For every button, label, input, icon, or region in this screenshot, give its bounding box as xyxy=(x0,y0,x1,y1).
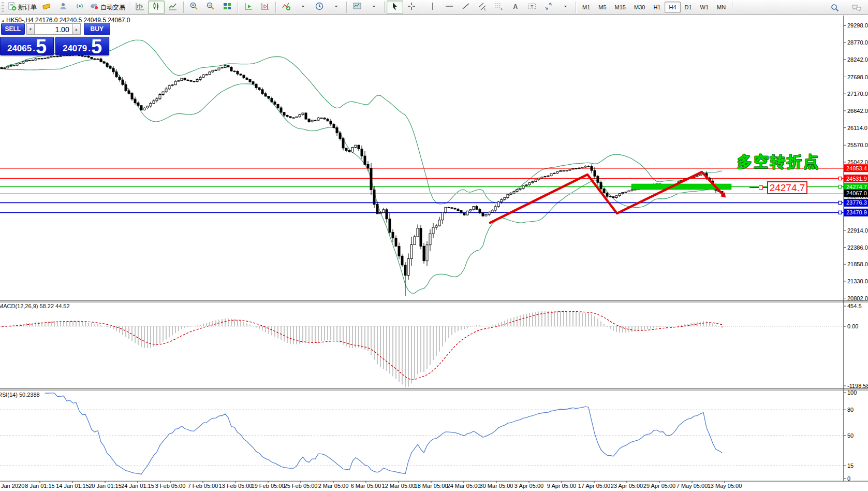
crosshair-button[interactable] xyxy=(403,1,420,14)
timeframe-h1-button[interactable]: H1 xyxy=(649,2,665,13)
candle-chart-button[interactable] xyxy=(148,1,165,14)
timeframe-d1-button[interactable]: D1 xyxy=(681,2,696,13)
tile-windows-button[interactable] xyxy=(219,1,236,14)
sell-price-box[interactable]: 24065.5 xyxy=(0,37,54,55)
tile-windows-icon xyxy=(223,2,232,13)
date-label: 23 Apr 05:00 xyxy=(611,483,643,489)
auto-scroll-button[interactable] xyxy=(240,1,257,14)
text-button[interactable]: A xyxy=(507,1,524,14)
templates-button[interactable] xyxy=(349,1,365,14)
trendline-button[interactable] xyxy=(458,1,474,14)
sell-button[interactable]: SELL xyxy=(1,23,25,35)
zoom-in-button[interactable] xyxy=(186,1,202,14)
buy-price-dot: . xyxy=(88,44,91,53)
zoom-out-button[interactable] xyxy=(202,1,219,14)
indicators-button[interactable] xyxy=(278,1,295,14)
arrows-dropdown[interactable] xyxy=(557,1,573,14)
price-level-label-text: 24274.7 xyxy=(846,184,867,190)
fibonacci-button[interactable]: F xyxy=(491,1,507,14)
main-toolbar: 新订单自动交易EFATM1M5M15M30H1H4D1W1MN xyxy=(0,0,868,15)
templates-dropdown[interactable] xyxy=(365,1,382,14)
sell-price-frac: 5 xyxy=(36,39,47,54)
price-level-label-text: 24531.9 xyxy=(846,176,867,182)
turning-point-annotation[interactable]: 多空转折点 xyxy=(737,152,820,172)
price-tick-label: 21858.0 xyxy=(847,261,868,267)
date-label: 9 Apr 05:00 xyxy=(547,483,576,489)
buy-price-box[interactable]: 24079.5 xyxy=(55,37,109,55)
trading-terminal-window: 29298.028770.028242.027698.027170.026642… xyxy=(0,0,868,491)
arrows-icon xyxy=(544,2,553,13)
chat-icon[interactable] xyxy=(848,1,865,15)
arrows-button[interactable] xyxy=(540,1,557,14)
periods-dropdown[interactable] xyxy=(328,1,344,14)
date-label: 7 May 05:00 xyxy=(676,483,708,489)
hline-icon xyxy=(445,2,454,13)
timeframe-m5-button[interactable]: M5 xyxy=(594,2,610,13)
signals-icon xyxy=(75,2,84,13)
price-tag-box[interactable]: 24274.7 xyxy=(767,181,807,194)
date-label: 13 May 05:00 xyxy=(708,483,742,489)
date-label: 7 Feb 05:00 xyxy=(188,483,218,489)
rsi-axis-label: 100 xyxy=(847,389,857,396)
trade-history-button[interactable] xyxy=(38,1,55,14)
search-icon[interactable] xyxy=(827,1,843,15)
svg-text:E: E xyxy=(484,7,487,11)
timeframe-mn-button[interactable]: MN xyxy=(713,2,730,13)
price-tick-label: 29298.0 xyxy=(847,22,868,28)
buy-button[interactable]: BUY xyxy=(84,23,110,35)
dropdown-icon xyxy=(334,2,339,13)
price-tick-label: 28770.0 xyxy=(847,39,868,46)
date-label: 3 Apr 05:00 xyxy=(514,483,543,489)
toolbar-separator xyxy=(422,2,422,13)
sell-price-dot: . xyxy=(33,44,35,53)
indicators-dropdown[interactable] xyxy=(295,1,311,14)
vertical-line-button[interactable] xyxy=(424,1,441,14)
rsi-axis-label: 50 xyxy=(847,432,854,439)
date-label: 24 Jan 01:15 xyxy=(121,483,154,489)
zoom-out-icon xyxy=(206,2,215,13)
periods-icon xyxy=(315,2,324,13)
profile-button[interactable] xyxy=(55,1,71,14)
bar-chart-button[interactable] xyxy=(131,1,148,14)
chart-shift-button[interactable] xyxy=(257,1,273,14)
new-order-button[interactable]: 新订单 xyxy=(6,1,38,14)
rsi-axis-label: 0 xyxy=(847,475,850,482)
horizontal-line-button[interactable] xyxy=(441,1,458,14)
auto-trading-icon xyxy=(90,2,99,13)
periods-button[interactable] xyxy=(311,1,328,14)
chart-canvas[interactable]: 29298.028770.028242.027698.027170.026642… xyxy=(0,0,868,491)
text-label-button[interactable]: T xyxy=(524,1,540,14)
line-chart-icon xyxy=(168,2,178,13)
template-icon xyxy=(352,2,362,13)
candles-chart-icon xyxy=(152,2,161,13)
svg-text:A: A xyxy=(513,3,518,10)
equidistant-channel-button[interactable]: E xyxy=(474,1,491,14)
vline-icon xyxy=(428,2,437,13)
timeframe-m30-button[interactable]: M30 xyxy=(630,2,649,13)
buy-price-frac: 5 xyxy=(91,39,102,54)
volume-increase-button[interactable]: ▲ xyxy=(72,23,81,35)
date-label: 6 Mar 05:00 xyxy=(351,483,381,489)
one-click-trade-panel: SELL ▼ 1.00 ▲ BUY 24065.5 24079.5 xyxy=(0,23,110,55)
rsi-label: RSI(14) 50.2388 xyxy=(0,392,40,398)
bars-chart-icon xyxy=(135,2,144,13)
crosshair-icon xyxy=(407,2,416,13)
toolbar-separator xyxy=(183,2,184,13)
timeframe-w1-button[interactable]: W1 xyxy=(696,2,713,13)
signals-button[interactable] xyxy=(71,1,88,14)
toolbar-separator xyxy=(238,2,238,13)
price-level-label-text: 24067.0 xyxy=(846,190,867,196)
price-level-label-text: 23776.3 xyxy=(846,199,867,206)
price-tick-label: 27170.0 xyxy=(847,91,868,97)
volume-decrease-button[interactable]: ▼ xyxy=(26,23,35,35)
date-label: 17 Apr 05:00 xyxy=(578,483,610,489)
timeframe-m15-button[interactable]: M15 xyxy=(611,2,630,13)
auto-trading-button[interactable]: 自动交易 xyxy=(88,1,127,14)
line-chart-button[interactable] xyxy=(165,1,181,14)
dropdown-icon xyxy=(563,2,568,13)
cursor-button[interactable] xyxy=(387,1,403,14)
timeframe-m1-button[interactable]: M1 xyxy=(578,2,594,13)
timeframe-h4-button[interactable]: H4 xyxy=(665,2,680,13)
date-label: 25 Feb 05:00 xyxy=(284,483,318,489)
volume-input[interactable]: 1.00 xyxy=(35,23,71,35)
